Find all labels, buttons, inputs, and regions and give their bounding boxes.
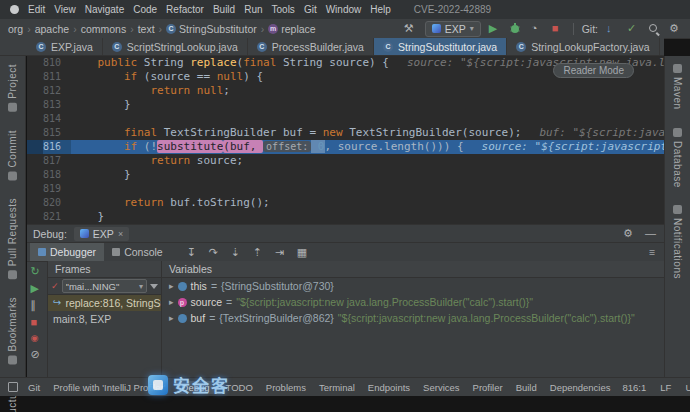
statusbar-item-debug[interactable]: Debug <box>177 381 215 394</box>
code-line[interactable]: 818 } <box>27 168 664 182</box>
breadcrumb-item[interactable]: apache <box>35 23 69 35</box>
editor-tab[interactable]: CEXP.java <box>27 38 103 55</box>
code-line[interactable]: 821 } <box>27 210 664 224</box>
view-breakpoints-icon[interactable]: ◉ <box>31 334 44 343</box>
tool-window-button-project[interactable]: Project <box>7 64 18 112</box>
code-line[interactable]: 819 <box>27 182 664 196</box>
gutter-line-number[interactable]: 815 <box>27 126 71 140</box>
evaluate-expression-icon[interactable]: ▦ <box>297 247 310 258</box>
code-line[interactable]: 814 <box>27 112 664 126</box>
menu-help[interactable]: Help <box>370 4 391 15</box>
menu-view[interactable]: View <box>54 4 76 15</box>
code-line[interactable]: 815 final TextStringBuilder buf = new Te… <box>27 126 664 140</box>
menu-git[interactable]: Git <box>304 4 317 15</box>
debug-session-tab[interactable]: EXP × <box>74 227 129 241</box>
statusbar-item-services[interactable]: Services <box>421 381 461 394</box>
tool-window-button-notifications[interactable]: Notifications <box>672 205 683 279</box>
code-editor[interactable]: 810 public String replace(final String s… <box>27 56 664 224</box>
pause-icon[interactable]: ∥ <box>31 300 44 311</box>
update-project-icon[interactable]: ↓ <box>606 23 619 34</box>
gutter-line-number[interactable]: 820 <box>27 196 71 210</box>
build-hammer-icon[interactable]: ⚒ <box>404 23 417 34</box>
code-line[interactable]: 816 if (!substitute(buf, offset: 0, sour… <box>27 140 664 154</box>
editor-tab[interactable]: CScriptStringLookup.java <box>103 38 248 55</box>
resume-icon[interactable]: ▶ <box>31 283 44 294</box>
step-out-icon[interactable]: ⇡ <box>253 247 266 258</box>
debug-bug-icon[interactable] <box>510 23 523 34</box>
breadcrumb-item[interactable]: commons <box>81 23 127 35</box>
profiler-icon[interactable]: ◔ <box>531 23 544 34</box>
menu-navigate[interactable]: Navigate <box>85 4 124 15</box>
editor-tab[interactable]: CStringLookupFactory.java <box>507 38 659 55</box>
statusbar-item-profile-with-intellij-profiler-[interactable]: Profile with 'IntelliJ Profiler' <box>51 381 167 394</box>
expand-chevron-icon[interactable]: ▸ <box>169 297 174 307</box>
tool-windows-toggle-icon[interactable] <box>8 382 18 392</box>
thread-selector[interactable]: "mai...NING" ▾ <box>62 279 147 293</box>
variable-row[interactable]: ▸this = {StringSubstitutor@730} <box>162 278 664 294</box>
menu-tools[interactable]: Tools <box>272 4 295 15</box>
menu-build[interactable]: Build <box>213 4 235 15</box>
debug-tab-debugger[interactable]: Debugger <box>30 243 104 261</box>
menu-run[interactable]: Run <box>244 4 262 15</box>
statusbar-item-terminal[interactable]: Terminal <box>317 381 357 394</box>
gutter-line-number[interactable]: 816 <box>27 140 71 154</box>
settings-icon[interactable]: ⚙ <box>669 23 682 34</box>
gutter-line-number[interactable]: 812 <box>27 84 71 98</box>
gutter-line-number[interactable]: 818 <box>27 168 71 182</box>
statusbar-indicator[interactable]: UTF-8 <box>683 381 690 394</box>
menu-refactor[interactable]: Refactor <box>166 4 204 15</box>
stack-frame[interactable]: ↪replace:816, StringSubstitutor <box>48 295 161 311</box>
tool-window-button-maven[interactable]: Maven <box>672 64 683 110</box>
step-into-icon[interactable]: ⇣ <box>231 247 244 258</box>
menu-window[interactable]: Window <box>326 4 362 15</box>
statusbar-item-todo[interactable]: TODO <box>224 381 255 394</box>
statusbar-item-build[interactable]: Build <box>514 381 539 394</box>
apple-menu-icon[interactable] <box>10 5 19 14</box>
rerun-icon[interactable]: ↻ <box>31 266 44 277</box>
show-execution-point-icon[interactable]: ↧ <box>187 247 200 258</box>
breadcrumb-item[interactable]: text <box>138 23 155 35</box>
statusbar-item-git[interactable]: Git <box>26 381 42 394</box>
statusbar-item-dependencies[interactable]: Dependencies <box>548 381 613 394</box>
expand-chevron-icon[interactable]: ▸ <box>169 313 174 323</box>
menu-edit[interactable]: Edit <box>28 4 45 15</box>
filter-funnel-icon[interactable] <box>150 284 158 289</box>
reader-mode-button[interactable]: Reader Mode <box>553 63 634 78</box>
statusbar-item-profiler[interactable]: Profiler <box>471 381 505 394</box>
layout-settings-icon[interactable]: ≡ <box>649 246 661 258</box>
breadcrumb-item[interactable]: CStringSubstitutor <box>166 23 257 35</box>
run-to-cursor-icon[interactable]: ⇥ <box>275 247 288 258</box>
expand-chevron-icon[interactable]: ▸ <box>169 281 174 291</box>
gutter-line-number[interactable]: 814 <box>27 112 71 126</box>
menu-code[interactable]: Code <box>133 4 157 15</box>
run-icon[interactable]: ▶ <box>489 23 502 34</box>
variable-row[interactable]: ▸buf = {TextStringBuilder@862} "${script… <box>162 310 664 326</box>
run-config-select[interactable]: EXP ▾ <box>425 21 481 37</box>
editor-tab[interactable]: CStringSubstitutor.java <box>374 38 507 55</box>
breadcrumb-item[interactable]: mreplace <box>268 23 315 35</box>
stop-icon[interactable]: ■ <box>31 317 44 328</box>
gutter-line-number[interactable]: 821 <box>27 210 71 224</box>
statusbar-indicator[interactable]: LF <box>658 381 673 394</box>
variable-row[interactable]: ▸psource = "${script:javascript:new java… <box>162 294 664 310</box>
tool-window-button-database[interactable]: Database <box>672 128 683 188</box>
statusbar-indicator[interactable]: 816:1 <box>621 381 649 394</box>
gutter-line-number[interactable]: 817 <box>27 154 71 168</box>
gutter-line-number[interactable]: 811 <box>27 70 71 84</box>
editor-tab[interactable]: CProcessBuilder.java <box>248 38 374 55</box>
search-icon[interactable] <box>648 23 661 35</box>
gutter-line-number[interactable]: 819 <box>27 182 71 196</box>
settings-icon[interactable]: ⚙ <box>623 228 636 239</box>
close-icon[interactable]: × <box>118 229 123 239</box>
tool-window-button-pull-requests[interactable]: Pull Requests <box>7 198 18 279</box>
statusbar-item-endpoints[interactable]: Endpoints <box>366 381 412 394</box>
statusbar-item-problems[interactable]: Problems <box>264 381 308 394</box>
gutter-line-number[interactable]: 810 <box>27 56 71 70</box>
breadcrumb-item[interactable]: org <box>8 23 23 35</box>
tool-window-button-bookmarks[interactable]: Bookmarks <box>7 297 18 365</box>
code-line[interactable]: 817 return source; <box>27 154 664 168</box>
tool-window-button-commit[interactable]: Commit <box>7 130 18 180</box>
stack-frame[interactable]: main:8, EXP <box>48 311 161 327</box>
mute-breakpoints-icon[interactable]: ⊘ <box>31 349 44 360</box>
code-line[interactable]: 812 return null; <box>27 84 664 98</box>
